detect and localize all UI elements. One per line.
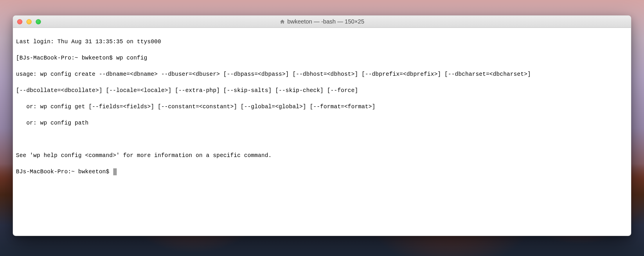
home-icon [280,19,285,24]
terminal-output-line: See 'wp help config <command>' for more … [16,152,628,160]
terminal-output-line: Last login: Thu Aug 31 13:35:35 on ttys0… [16,38,628,46]
terminal-window[interactable]: bwkeeton — -bash — 150×25 Last login: Th… [13,15,631,236]
terminal-output-line: [--dbcollate=<dbcollate>] [--locale=<loc… [16,86,628,95]
terminal-output-line: [BJs-MacBook-Pro:~ bwkeeton$ wp config [16,54,628,62]
window-title: bwkeeton — -bash — 150×25 [287,18,364,25]
close-button[interactable] [17,19,22,24]
terminal-output-line: or: wp config get [--fields=<fields>] [-… [16,103,628,111]
terminal-output-line: or: wp config path [16,119,628,127]
terminal-content[interactable]: Last login: Thu Aug 31 13:35:35 on ttys0… [13,28,631,194]
cursor-icon [113,168,117,175]
zoom-button[interactable] [36,19,41,24]
title-container: bwkeeton — -bash — 150×25 [280,18,364,25]
terminal-prompt: BJs-MacBook-Pro:~ bwkeeton$ [16,168,113,176]
terminal-output-line [16,135,628,143]
traffic-lights [17,19,41,24]
terminal-output-line: usage: wp config create --dbname=<dbname… [16,70,628,78]
window-titlebar[interactable]: bwkeeton — -bash — 150×25 [13,16,631,28]
terminal-prompt-line[interactable]: BJs-MacBook-Pro:~ bwkeeton$ [16,168,628,176]
minimize-button[interactable] [26,19,32,24]
